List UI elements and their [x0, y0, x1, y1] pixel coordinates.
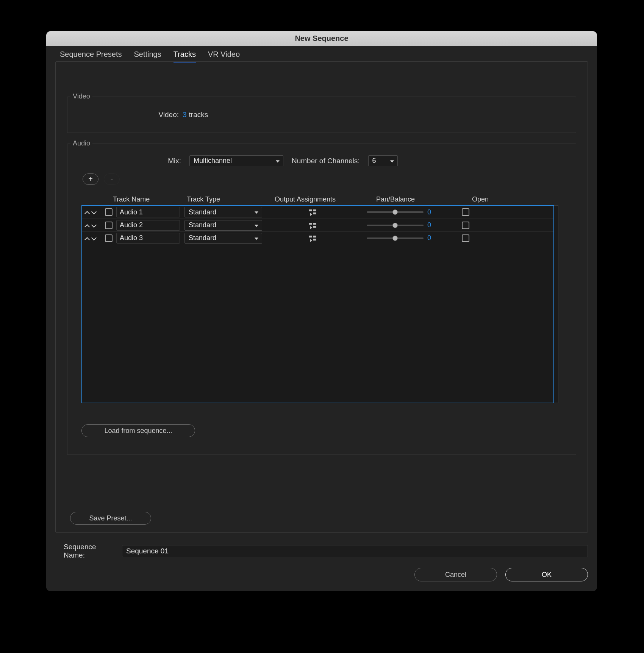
track-name-input[interactable]	[116, 220, 180, 231]
video-tracks-count[interactable]: 3	[181, 111, 187, 119]
open-checkbox[interactable]	[462, 222, 469, 229]
ok-button[interactable]: OK	[505, 568, 588, 581]
video-legend: Video	[70, 92, 92, 100]
th-track-type: Track Type	[187, 195, 255, 203]
channels-label: Number of Channels:	[292, 157, 360, 165]
pan-slider-thumb[interactable]	[392, 223, 398, 228]
tab-tracks[interactable]: Tracks	[174, 50, 196, 62]
move-up-icon[interactable]	[84, 222, 90, 228]
track-row[interactable]: Standard0	[82, 219, 553, 231]
mix-select[interactable]: Multichannel	[189, 155, 283, 166]
th-output-assignments: Output Assignments	[275, 195, 358, 203]
audio-top-row: Mix: Multichannel Number of Channels: 6	[67, 155, 576, 166]
channels-select[interactable]: 6	[368, 155, 398, 166]
track-type-value: Standard	[189, 208, 216, 216]
track-type-select[interactable]: Standard	[184, 207, 262, 217]
save-preset-button[interactable]: Save Preset...	[70, 512, 151, 525]
pan-slider-thumb[interactable]	[392, 236, 398, 241]
output-assignment-icon[interactable]	[309, 209, 316, 216]
track-row[interactable]: Standard0	[82, 206, 553, 219]
output-assignment-icon[interactable]	[309, 222, 316, 229]
track-sync-checkbox[interactable]	[105, 234, 113, 242]
sequence-name-label: Sequence Name:	[55, 543, 117, 559]
audio-group: Audio Mix: Multichannel Number of Channe…	[67, 144, 576, 455]
move-down-icon[interactable]	[91, 235, 97, 241]
track-type-value: Standard	[189, 221, 216, 229]
pan-slider-thumb[interactable]	[392, 209, 398, 215]
tab-presets[interactable]: Sequence Presets	[60, 50, 122, 62]
sequence-name-row: Sequence Name:	[55, 543, 588, 559]
track-type-select[interactable]: Standard	[184, 220, 262, 231]
mix-select-value: Multichannel	[194, 157, 232, 165]
mix-label: Mix:	[67, 157, 181, 165]
cancel-button[interactable]: Cancel	[414, 568, 497, 581]
track-sync-checkbox[interactable]	[105, 208, 113, 216]
pan-slider[interactable]	[367, 225, 424, 226]
track-row[interactable]: Standard0	[82, 231, 553, 244]
video-group: Video Video: 3 tracks	[67, 97, 576, 133]
video-tracks-label: Video:	[67, 111, 181, 119]
track-sync-checkbox[interactable]	[105, 222, 113, 229]
track-name-input[interactable]	[116, 207, 180, 217]
audio-legend: Audio	[70, 139, 92, 147]
load-from-sequence-button[interactable]: Load from sequence...	[81, 424, 195, 437]
move-down-icon[interactable]	[91, 209, 97, 215]
move-up-icon[interactable]	[84, 209, 90, 215]
window-title: New Sequence	[295, 34, 348, 43]
th-open: Open	[472, 195, 502, 203]
pan-value[interactable]: 0	[427, 221, 436, 229]
open-checkbox[interactable]	[462, 208, 469, 216]
tab-vr-video[interactable]: VR Video	[208, 50, 240, 62]
new-sequence-dialog: New Sequence Sequence Presets Settings T…	[46, 31, 597, 591]
add-track-button[interactable]: +	[83, 173, 98, 185]
pan-value[interactable]: 0	[427, 234, 436, 242]
track-type-value: Standard	[189, 234, 216, 242]
th-track-name: Track Name	[113, 195, 181, 203]
output-assignment-icon[interactable]	[309, 235, 316, 242]
tab-settings[interactable]: Settings	[134, 50, 161, 62]
tabs: Sequence Presets Settings Tracks VR Vide…	[46, 46, 597, 62]
table-scrollbar[interactable]	[554, 205, 558, 403]
audio-table-header: Track Name Track Type Output Assignments…	[84, 194, 559, 206]
audio-tracks-table[interactable]: Standard0Standard0Standard0	[81, 205, 554, 403]
track-type-select[interactable]: Standard	[184, 233, 262, 244]
add-remove-buttons: + -	[83, 173, 120, 185]
titlebar: New Sequence	[46, 31, 597, 46]
move-up-icon[interactable]	[84, 235, 90, 241]
move-down-icon[interactable]	[91, 222, 97, 228]
sequence-name-input[interactable]	[122, 545, 588, 557]
pan-value[interactable]: 0	[427, 208, 436, 216]
pan-slider[interactable]	[367, 237, 424, 239]
track-name-input[interactable]	[116, 233, 180, 244]
video-tracks-suffix: tracks	[187, 111, 208, 119]
channels-select-value: 6	[372, 157, 376, 165]
open-checkbox[interactable]	[462, 234, 469, 242]
tracks-panel: Video Video: 3 tracks Audio Mix: Multich…	[55, 61, 588, 533]
remove-track-button: -	[104, 173, 120, 185]
pan-slider[interactable]	[367, 211, 424, 213]
th-pan-balance: Pan/Balance	[376, 195, 444, 203]
video-tracks-row: Video: 3 tracks	[67, 111, 576, 119]
dialog-footer: Cancel OK	[414, 568, 588, 581]
dialog-content: Sequence Presets Settings Tracks VR Vide…	[46, 46, 597, 591]
